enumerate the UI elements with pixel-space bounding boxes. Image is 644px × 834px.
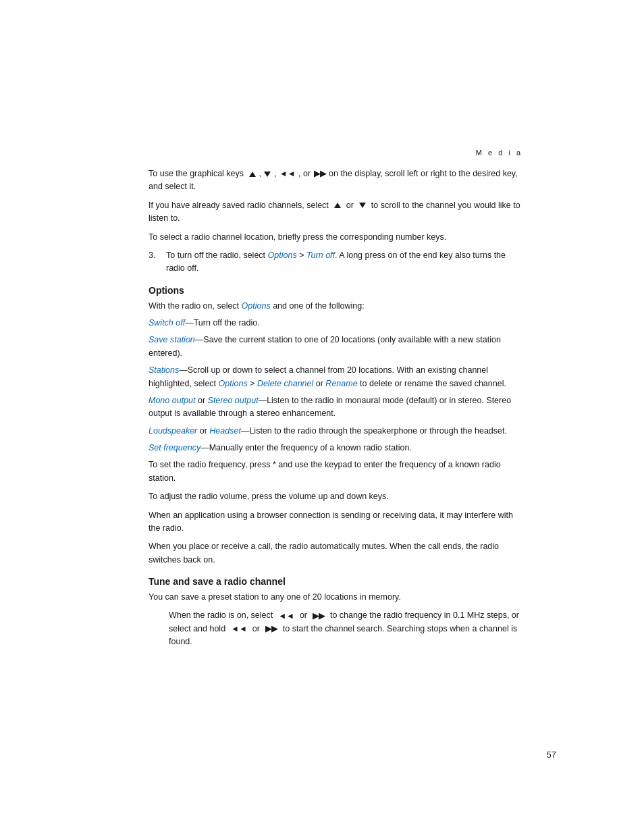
set-frequency-link[interactable]: Set frequency	[149, 443, 200, 452]
paragraph-3: To select a radio channel location, brie…	[149, 231, 527, 244]
numbered-item-3: 3. To turn off the radio, select Options…	[149, 249, 527, 276]
body-paragraph-4: When you place or receive a call, the ra…	[149, 540, 527, 567]
options-heading: Options	[149, 285, 527, 296]
page-number: 57	[547, 750, 556, 760]
body-paragraph-3: When an application using a browser conn…	[149, 509, 527, 536]
prev-icon-tune-2: ◄◄	[231, 623, 247, 635]
switch-off-link[interactable]: Switch off	[149, 318, 185, 328]
save-station-link[interactable]: Save station	[149, 335, 195, 344]
item-text: To turn off the radio, select Options > …	[166, 249, 527, 276]
body-paragraph-1: To set the radio frequency, press * and …	[149, 459, 527, 485]
stereo-output-link[interactable]: Stereo output	[208, 396, 259, 405]
up-icon	[249, 172, 256, 177]
turn-off-link[interactable]: Turn off	[306, 251, 335, 260]
page-header: M e d i a	[476, 149, 522, 157]
item-number: 3.	[149, 249, 161, 276]
set-frequency-item: Set frequency—Manually enter the frequen…	[149, 442, 527, 454]
save-station-item: Save station—Save the current station to…	[149, 334, 527, 360]
loudspeaker-link[interactable]: Loudspeaker	[149, 426, 197, 436]
page: M e d i a To use the graphical keys , , …	[0, 0, 644, 834]
up-icon-2	[334, 203, 341, 208]
options-link-intro[interactable]: Options	[242, 301, 271, 311]
stations-link[interactable]: Stations	[149, 365, 179, 375]
paragraph-1: To use the graphical keys , , ◄◄ , or ▶▶…	[149, 167, 527, 194]
switch-off-item: Switch off—Turn off the radio.	[149, 317, 527, 330]
options-intro: With the radio on, select Options and on…	[149, 300, 527, 313]
body-paragraph-2: To adjust the radio volume, press the vo…	[149, 490, 527, 503]
mono-stereo-item: Mono output or Stereo output—Listen to t…	[149, 394, 527, 421]
stations-item: Stations—Scroll up or down to select a c…	[149, 364, 527, 390]
tune-heading: Tune and save a radio channel	[149, 576, 527, 587]
next-icon-tune: ▶▶	[313, 610, 325, 623]
options-link-1[interactable]: Options	[268, 251, 297, 260]
tune-indented: When the radio is on, select ◄◄ or ▶▶ to…	[169, 609, 527, 648]
mono-output-link[interactable]: Mono output	[149, 396, 196, 405]
paragraph-2: If you have already saved radio channels…	[149, 199, 527, 226]
prev-icon-tune: ◄◄	[278, 610, 294, 623]
next-icon-tune-2: ▶▶	[265, 623, 277, 635]
loudspeaker-headset-item: Loudspeaker or Headset—Listen to the rad…	[149, 425, 527, 438]
prev-icon: ◄◄	[279, 167, 296, 180]
tune-intro: You can save a preset station to any one…	[149, 591, 527, 604]
content-area: To use the graphical keys , , ◄◄ , or ▶▶…	[149, 167, 527, 654]
delete-channel-link[interactable]: Delete channel	[257, 379, 313, 388]
header-label: M e d i a	[476, 149, 522, 157]
options-link-stations[interactable]: Options	[219, 379, 248, 388]
down-icon	[264, 172, 271, 177]
headset-link[interactable]: Headset	[209, 426, 241, 436]
next-icon: ▶▶	[314, 167, 326, 180]
rename-link[interactable]: Rename	[325, 379, 357, 388]
down-icon-2	[359, 203, 366, 208]
